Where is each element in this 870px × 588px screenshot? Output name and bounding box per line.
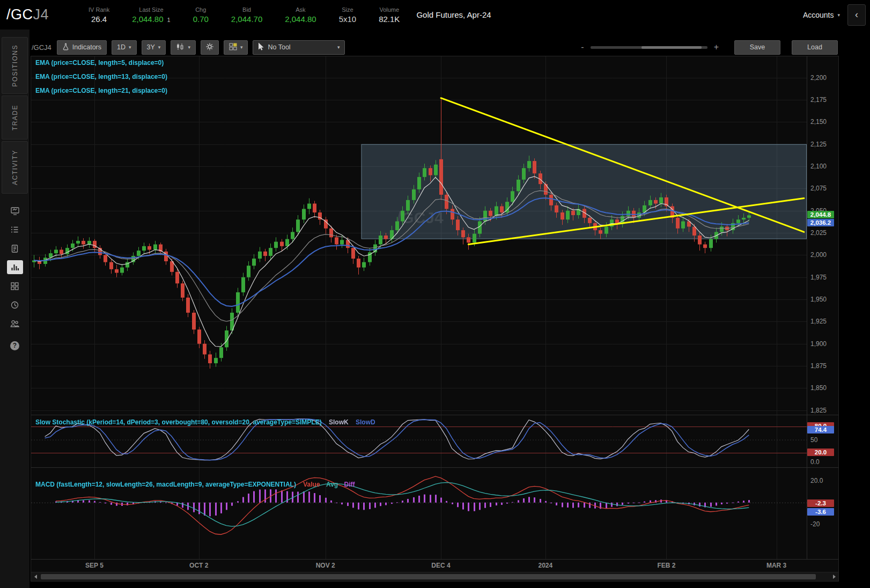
trading-platform: /GCJ4 IV Rank26.4Last Size2,044.801Chg0.… (0, 0, 870, 588)
accounts-menu[interactable]: Accounts ▾ (803, 11, 840, 19)
header: /GCJ4 IV Rank26.4Last Size2,044.801Chg0.… (0, 0, 870, 30)
instrument-symbol: /GCJ4 (6, 6, 75, 23)
sidebar: POSITIONSTRADEACTIVITY ? (0, 30, 30, 588)
history-clock-icon[interactable] (7, 298, 23, 312)
header-stats: IV Rank26.4Last Size2,044.801Chg0.70Bid2… (77, 6, 411, 24)
axis-tick-label: -20 (810, 520, 820, 528)
stat-label: Bid (231, 6, 262, 13)
stat-extra: 1 (167, 17, 171, 23)
stat-value: 2,044.80 (285, 14, 316, 24)
sidebar-tabs: POSITIONSTRADEACTIVITY (0, 37, 30, 195)
axis-tick-label: 2,100 (810, 163, 827, 170)
axis-tick-label: 1,900 (810, 340, 827, 348)
chevron-down-icon: ▾ (188, 45, 190, 50)
axis-tick-label: 1,950 (810, 296, 827, 303)
stat-value: 5x10 (339, 14, 357, 24)
drawing-tool-dropdown[interactable]: No Tool ▾ (253, 40, 345, 55)
stat-label: Volume (379, 6, 400, 13)
header-stat-size: Size5x10 (328, 6, 368, 24)
macd-canvas[interactable] (31, 468, 807, 559)
chart-style-dropdown[interactable]: ▾ (171, 40, 196, 55)
stat-value: 2,044.70 (231, 14, 262, 24)
help-icon[interactable]: ? (7, 339, 23, 352)
grid-icon (229, 43, 237, 52)
time-axis-label: NOV 2 (308, 562, 343, 569)
collapse-panel-button[interactable]: ‹ (847, 4, 866, 26)
scrollbar-thumb[interactable] (41, 574, 816, 579)
axis-tick-label: 20.0 (810, 477, 823, 484)
zoom-in-button[interactable]: + (714, 42, 719, 52)
stochastic-plot: Slow Stochastic (kPeriod=14, dPeriod=3, … (31, 415, 807, 467)
stat-value: 2,044.801 (132, 14, 171, 24)
zoom-slider[interactable] (591, 46, 707, 49)
sidebar-tab-positions[interactable]: POSITIONS (2, 37, 28, 94)
stat-label: Chg (193, 6, 209, 13)
axis-tick-label: 2,125 (810, 141, 827, 148)
zoom-out-button[interactable]: - (581, 42, 584, 52)
triangle-right-icon (833, 575, 836, 579)
gear-icon (206, 43, 213, 52)
stat-label: Last Size (132, 6, 171, 13)
macd-axis[interactable]: 20.0-20-2.3-3.6 (807, 468, 838, 559)
time-axis-label: MAR 3 (760, 562, 794, 569)
axis-value-badge: -3.6 (807, 508, 834, 516)
axis-tick-label: 50 (810, 436, 817, 444)
chart-settings-button[interactable] (201, 40, 219, 55)
stat-label: Ask (285, 6, 316, 13)
watchlist-icon[interactable] (7, 223, 23, 237)
price-axis[interactable]: 2,2002,1752,1502,1252,1002,0752,0502,025… (807, 56, 838, 415)
header-stat-bid: Bid2,044.70 (220, 6, 274, 24)
grid-layout-dropdown[interactable]: ▾ (224, 40, 248, 55)
stochastic-canvas[interactable] (31, 415, 807, 467)
indicators-button[interactable]: Indicators (57, 40, 107, 55)
scroll-left-button[interactable] (31, 572, 40, 581)
cursor-icon (258, 42, 264, 52)
triangle-left-icon (34, 575, 37, 579)
chart-container: EMA (price=CLOSE, length=5, displace=0) … (31, 56, 839, 582)
scroll-right-button[interactable] (830, 572, 838, 581)
stochastic-axis[interactable]: 500.080.074.420.0 (807, 415, 838, 467)
price-pane: EMA (price=CLOSE, length=5, displace=0) … (31, 56, 838, 415)
axis-tick-label: 1,975 (810, 274, 827, 281)
chart-scrollbar (31, 572, 838, 581)
stochastic-pane: Slow Stochastic (kPeriod=14, dPeriod=3, … (31, 415, 838, 467)
header-stat-last-size: Last Size2,044.801 (121, 6, 182, 24)
chart-toolbar: /GCJ4 Indicators 1D ▾ 3Y ▾ ▾ (31, 39, 839, 56)
stat-label: Size (339, 6, 357, 13)
stat-value: 82.1K (379, 14, 400, 24)
header-stat-chg: Chg0.70 (182, 6, 220, 24)
axis-value-badge: 74.4 (807, 426, 834, 433)
community-icon[interactable] (7, 317, 23, 330)
time-axis-label: 2024 (528, 562, 563, 569)
timeframe-dropdown[interactable]: 1D ▾ (112, 40, 137, 55)
save-button[interactable]: Save (734, 40, 780, 55)
axis-tick-label: 2,175 (810, 96, 827, 104)
sidebar-tab-activity[interactable]: ACTIVITY (2, 141, 28, 194)
load-button[interactable]: Load (792, 40, 838, 55)
grid-layout-icon[interactable] (7, 279, 23, 293)
chart-monitor-icon[interactable] (7, 204, 23, 218)
chevron-down-icon: ▾ (158, 45, 161, 50)
time-axis-label: SEP 5 (77, 562, 112, 569)
accounts-label: Accounts (803, 11, 834, 19)
axis-tick-label: 2,025 (810, 229, 827, 237)
macd-pane: MACD (fastLength=12, slowLength=26, macd… (31, 467, 838, 559)
range-dropdown[interactable]: 3Y ▾ (142, 40, 166, 55)
axis-tick-label: 2,200 (810, 74, 827, 82)
sidebar-tab-trade[interactable]: TRADE (2, 95, 28, 139)
zoom-slider-thumb[interactable] (642, 46, 702, 49)
header-stat-volume: Volume82.1K (367, 6, 411, 24)
axis-value-badge: 2,044.8 (807, 211, 834, 218)
chevron-down-icon: ▾ (240, 45, 243, 50)
header-stat-iv-rank: IV Rank26.4 (77, 6, 121, 24)
candlestick-icon (176, 43, 185, 52)
time-axis[interactable]: SEP 5OCT 2NOV 2DEC 42024FEB 2MAR 3 (31, 559, 838, 572)
axis-value-badge: 2,036.2 (807, 219, 834, 226)
time-axis-label: FEB 2 (649, 562, 683, 569)
trade-ticket-icon[interactable] (7, 241, 23, 255)
axis-tick-label: 2,075 (810, 185, 827, 192)
sidebar-tab-label: POSITIONS (11, 45, 19, 87)
chart-symbol-label: /GCJ4 (32, 43, 51, 52)
chart-icon[interactable] (7, 260, 23, 274)
price-canvas[interactable] (31, 56, 807, 415)
